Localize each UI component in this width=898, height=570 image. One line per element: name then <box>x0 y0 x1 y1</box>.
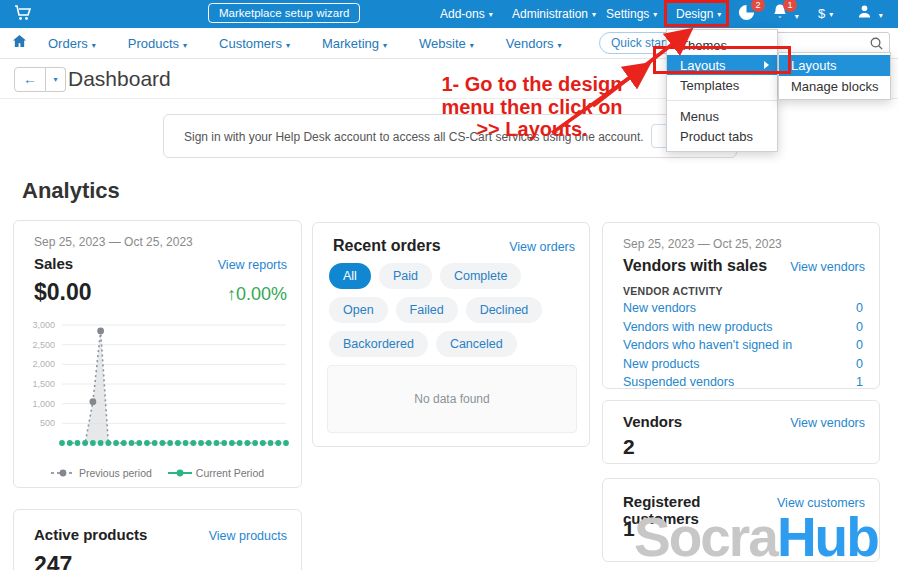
view-reports-link[interactable]: View reports <box>218 258 287 272</box>
vendors-title: Vendors <box>623 413 682 430</box>
legend-previous-period: Previous period <box>79 467 152 479</box>
nav-item-vendors[interactable]: Vendors <box>495 36 573 51</box>
menu-item-menus[interactable]: Menus <box>667 106 777 126</box>
chevron-down-icon <box>466 36 474 51</box>
helpdesk-banner-text: Sign in with your Help Desk account to a… <box>184 130 654 144</box>
svg-text:1,500: 1,500 <box>32 379 55 389</box>
vendor-activity-header: VENDOR ACTIVITY <box>623 285 723 297</box>
view-vendors-link[interactable]: View vendors <box>790 416 865 430</box>
alerts-badge: 1 <box>783 0 797 12</box>
recent-orders-card: Recent orders View orders All Paid Compl… <box>312 222 590 447</box>
vendors-with-sales-title: Vendors with sales <box>623 257 767 275</box>
filter-canceled[interactable]: Canceled <box>436 331 517 357</box>
registered-customers-title: Registered customers <box>623 493 777 527</box>
nav-item-orders[interactable]: Orders <box>37 36 107 51</box>
sales-value: $0.00 <box>34 279 92 306</box>
filter-failed[interactable]: Failed <box>396 297 458 323</box>
nav-item-marketing[interactable]: Marketing <box>311 36 398 51</box>
active-products-card: Active products View products 247 <box>13 509 302 570</box>
svg-text:1,000: 1,000 <box>32 399 55 409</box>
currency-menu[interactable]: $ <box>818 0 833 28</box>
layouts-submenu: Layouts Manage blocks <box>778 52 891 100</box>
svg-text:3,000: 3,000 <box>32 320 55 330</box>
chevron-down-icon <box>179 36 187 51</box>
current-period-swatch <box>168 469 192 477</box>
submenu-item-manage-blocks[interactable]: Manage blocks <box>779 76 890 97</box>
menu-item-product-tabs[interactable]: Product tabs <box>667 126 777 146</box>
marketplace-setup-wizard-button[interactable]: Marketplace setup wizard <box>208 3 360 23</box>
active-products-value: 247 <box>34 552 72 570</box>
back-button-group: ← ▾ <box>14 67 66 92</box>
home-icon[interactable] <box>12 34 27 52</box>
vendors-with-sales-card: Sep 25, 2023 — Oct 25, 2023 Vendors with… <box>602 222 880 389</box>
registered-customers-card: Registered customers View customers 1 <box>602 478 880 562</box>
vendor-date-range: Sep 25, 2023 — Oct 25, 2023 <box>623 237 782 251</box>
filter-complete[interactable]: Complete <box>440 263 522 289</box>
svg-text:2,000: 2,000 <box>32 359 55 369</box>
sales-change: ↑0.00% <box>227 284 287 305</box>
chevron-down-icon <box>554 36 562 51</box>
view-customers-link[interactable]: View customers <box>777 496 865 510</box>
chart-legend: Previous period Current Period <box>14 467 301 479</box>
filter-all[interactable]: All <box>329 263 371 289</box>
filter-declined[interactable]: Declined <box>466 297 543 323</box>
vendors-value: 2 <box>623 435 635 459</box>
filter-backordered[interactable]: Backordered <box>329 331 428 357</box>
filter-paid[interactable]: Paid <box>379 263 432 289</box>
design-dropdown-menu: Themes Layouts Templates Menus Product t… <box>666 29 778 152</box>
store-mode-icon[interactable]: 2 <box>737 3 756 26</box>
analytics-heading: Analytics <box>22 178 120 204</box>
submenu-arrow-icon <box>764 61 769 69</box>
cart-icon[interactable] <box>14 5 32 25</box>
vendor-activity-row[interactable]: New vendors0 <box>623 301 863 320</box>
back-button[interactable]: ← <box>14 67 46 92</box>
svg-text:2,500: 2,500 <box>32 340 55 350</box>
submenu-item-layouts[interactable]: Layouts <box>779 55 890 76</box>
page-title: Dashboard <box>68 67 171 91</box>
topbar-menu-addons[interactable]: Add-ons <box>440 0 493 28</box>
helpdesk-banner: Sign in with your Help Desk account to a… <box>163 114 737 158</box>
topbar-menu-administration[interactable]: Administration <box>512 0 596 28</box>
filter-open[interactable]: Open <box>329 297 388 323</box>
view-products-link[interactable]: View products <box>209 529 287 543</box>
nav-item-products[interactable]: Products <box>117 36 198 51</box>
chevron-down-icon <box>379 36 387 51</box>
registered-customers-value: 1 <box>623 517 635 541</box>
nav-item-customers[interactable]: Customers <box>208 36 301 51</box>
menu-divider <box>667 100 777 101</box>
vendors-card: Vendors View vendors 2 <box>602 400 880 464</box>
vendor-activity-row[interactable]: Vendors who haven't signed in0 <box>623 338 863 357</box>
sales-chart: 5001,0001,5002,0002,5003,000 <box>22 319 293 459</box>
sales-card: Sep 25, 2023 — Oct 25, 2023 Sales View r… <box>13 220 302 488</box>
view-vendors-link[interactable]: View vendors <box>790 260 865 274</box>
vendor-activity-row[interactable]: New products0 <box>623 357 863 376</box>
user-menu-icon[interactable] <box>857 3 883 21</box>
vendor-activity-list: New vendors0 Vendors with new products0 … <box>623 301 863 394</box>
sales-date-range: Sep 25, 2023 — Oct 25, 2023 <box>34 235 193 249</box>
topbar-menu-design[interactable]: Design <box>676 0 721 28</box>
previous-period-swatch <box>51 469 75 477</box>
bell-icon[interactable]: 1 <box>772 3 799 22</box>
view-orders-link[interactable]: View orders <box>509 240 575 254</box>
legend-current-period: Current Period <box>196 467 264 479</box>
menu-item-themes[interactable]: Themes <box>667 35 777 55</box>
vendor-activity-row[interactable]: Vendors with new products0 <box>623 320 863 339</box>
recent-orders-title: Recent orders <box>333 237 441 255</box>
menu-item-layouts[interactable]: Layouts <box>667 55 777 75</box>
active-products-title: Active products <box>34 526 147 543</box>
notifications-badge: 2 <box>751 0 765 12</box>
back-history-dropdown[interactable]: ▾ <box>46 67 66 92</box>
topbar-menu-settings[interactable]: Settings <box>606 0 657 28</box>
nav-item-website[interactable]: Website <box>408 36 485 51</box>
sales-card-title: Sales <box>34 255 73 272</box>
menu-item-templates[interactable]: Templates <box>667 75 777 95</box>
svg-text:500: 500 <box>40 418 55 428</box>
no-data-message: No data found <box>327 365 577 433</box>
chevron-down-icon <box>282 36 290 51</box>
vendor-activity-row[interactable]: Suspended vendors1 <box>623 375 863 394</box>
topbar: Marketplace setup wizard Add-ons Adminis… <box>0 0 898 28</box>
admin-dashboard: Marketplace setup wizard Add-ons Adminis… <box>0 0 898 570</box>
chevron-down-icon <box>88 36 96 51</box>
